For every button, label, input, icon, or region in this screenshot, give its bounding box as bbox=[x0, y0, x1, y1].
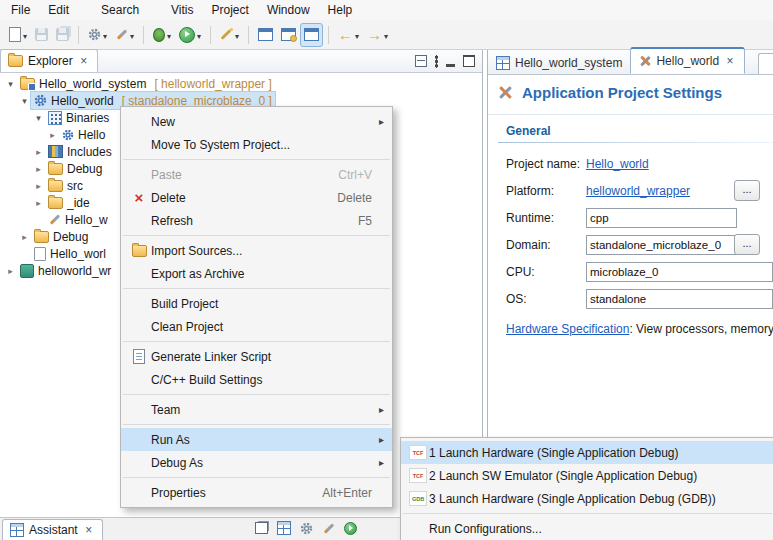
maximize-icon[interactable] bbox=[463, 55, 475, 67]
wrench-icon bbox=[48, 213, 61, 226]
platform-browse-button[interactable]: ... bbox=[734, 180, 760, 201]
tcf-icon bbox=[409, 445, 427, 460]
runtime-input[interactable] bbox=[586, 208, 737, 228]
tab-explorer[interactable]: Explorer bbox=[0, 49, 98, 72]
editor-tab-label: Hello_world_system bbox=[515, 56, 622, 70]
cpu-input[interactable] bbox=[586, 262, 773, 282]
close-icon[interactable] bbox=[83, 523, 95, 537]
menu-edit[interactable]: Edit bbox=[39, 1, 78, 19]
close-icon[interactable] bbox=[724, 54, 736, 68]
minimize-icon[interactable] bbox=[446, 64, 455, 67]
expander-open-icon[interactable] bbox=[18, 96, 31, 106]
menu-separator bbox=[123, 424, 390, 425]
chevron-down-icon bbox=[382, 28, 388, 42]
grid-view-icon[interactable] bbox=[277, 521, 291, 535]
menu-vitis[interactable]: Vitis bbox=[162, 1, 202, 19]
domain-input[interactable] bbox=[586, 235, 737, 255]
save-all-button[interactable] bbox=[52, 23, 73, 47]
menu-item-debug-as[interactable]: Debug As bbox=[121, 451, 392, 474]
folder-icon bbox=[48, 163, 63, 175]
menu-item-build-settings[interactable]: C/C++ Build Settings bbox=[121, 368, 392, 391]
menu-item-new[interactable]: New bbox=[121, 110, 392, 133]
tab-hello-world-system[interactable]: Hello_world_system bbox=[488, 52, 630, 74]
run-button[interactable] bbox=[175, 23, 205, 47]
expander-closed-icon[interactable] bbox=[32, 164, 45, 174]
expander-closed-icon[interactable] bbox=[46, 130, 59, 140]
forward-button[interactable] bbox=[363, 23, 392, 47]
field-label: Project name: bbox=[506, 157, 586, 171]
expander-closed-icon[interactable] bbox=[32, 198, 45, 208]
link-with-editor-toggle[interactable] bbox=[300, 23, 323, 47]
profile-button[interactable] bbox=[216, 23, 243, 47]
project-name-link[interactable]: Hello_world bbox=[586, 157, 649, 171]
expander-open-icon[interactable] bbox=[4, 79, 17, 89]
expander-closed-icon[interactable] bbox=[18, 232, 31, 242]
expander-closed-icon[interactable] bbox=[4, 266, 17, 276]
menu-item-export-as-archive[interactable]: Export as Archive bbox=[121, 262, 392, 285]
back-button[interactable] bbox=[334, 23, 363, 47]
menu-item-generate-linker-script[interactable]: Generate Linker Script bbox=[121, 345, 392, 368]
open-type-button[interactable] bbox=[254, 23, 277, 47]
restore-view-icon[interactable] bbox=[255, 522, 268, 534]
menu-separator bbox=[123, 341, 390, 342]
open-resource-button[interactable] bbox=[277, 23, 300, 47]
wrench-icon[interactable] bbox=[322, 522, 335, 535]
tree-item-label: Includes bbox=[67, 145, 112, 159]
menu-item-move-to-system-project[interactable]: Move To System Project... bbox=[121, 133, 392, 156]
tree-item-label: Hello_w bbox=[65, 213, 108, 227]
menu-item-team[interactable]: Team bbox=[121, 398, 392, 421]
field-runtime: Runtime: bbox=[506, 204, 773, 231]
tab-hello-world[interactable]: Hello_world bbox=[630, 47, 745, 74]
menu-item-paste[interactable]: PasteCtrl+V bbox=[121, 163, 392, 186]
assistant-icon bbox=[10, 523, 24, 537]
folder-icon bbox=[8, 55, 23, 67]
file-icon bbox=[34, 247, 46, 261]
new-wizard-button[interactable] bbox=[5, 23, 31, 47]
menu-item-import-sources[interactable]: Import Sources... bbox=[121, 239, 392, 262]
collapse-all-icon[interactable] bbox=[415, 55, 427, 67]
chevron-down-icon bbox=[165, 28, 171, 42]
menu-window[interactable]: Window bbox=[258, 1, 319, 19]
view-menu-icon[interactable] bbox=[435, 55, 438, 68]
hardware-spec-link[interactable]: Hardware Specification bbox=[506, 322, 629, 336]
menu-search[interactable]: Search bbox=[92, 1, 148, 19]
minimized-view-toolbar bbox=[255, 521, 357, 535]
menu-project[interactable]: Project bbox=[203, 1, 258, 19]
close-icon[interactable] bbox=[78, 54, 90, 68]
os-input[interactable] bbox=[586, 289, 773, 309]
explorer-header-icons bbox=[415, 50, 482, 72]
toolbar-separator bbox=[143, 26, 144, 44]
menu-item-run-as[interactable]: Run As bbox=[121, 428, 392, 451]
save-button[interactable] bbox=[31, 23, 52, 47]
submenu-item-run-configurations[interactable]: Run Configurations... bbox=[401, 517, 773, 540]
menu-item-refresh[interactable]: RefreshF5 bbox=[121, 209, 392, 232]
expander-closed-icon[interactable] bbox=[32, 181, 45, 191]
tree-item-label: Hello_world bbox=[51, 94, 114, 108]
chevron-down-icon bbox=[195, 28, 201, 42]
debug-button[interactable] bbox=[149, 23, 175, 47]
menu-file[interactable]: File bbox=[2, 1, 39, 19]
tree-item-system-project[interactable]: Hello_world_system[ helloworld_wrapper ] bbox=[0, 75, 482, 92]
save-all-icon bbox=[56, 28, 69, 41]
menu-item-build-project[interactable]: Build Project bbox=[121, 292, 392, 315]
submenu-item-launch-hardware[interactable]: 1 Launch Hardware (Single Application De… bbox=[401, 441, 773, 464]
submenu-item-launch-hardware-gdb[interactable]: 3 Launch Hardware (Single Application De… bbox=[401, 487, 773, 510]
settings-form: Project name: Hello_world Platform: hell… bbox=[506, 150, 773, 312]
menu-help[interactable]: Help bbox=[319, 1, 362, 19]
expander-closed-icon[interactable] bbox=[32, 147, 45, 157]
crossed-tools-icon bbox=[498, 85, 513, 100]
new-document-icon bbox=[9, 27, 21, 42]
run-icon[interactable] bbox=[344, 522, 357, 535]
menu-item-clean-project[interactable]: Clean Project bbox=[121, 315, 392, 338]
menu-item-properties[interactable]: PropertiesAlt+Enter bbox=[121, 481, 392, 504]
platform-link[interactable]: helloworld_wrapper bbox=[586, 184, 690, 198]
tools-button[interactable] bbox=[111, 23, 138, 47]
domain-browse-button[interactable]: ... bbox=[734, 234, 760, 255]
expander-open-icon[interactable] bbox=[32, 113, 45, 123]
submenu-item-launch-sw-emulator[interactable]: 2 Launch SW Emulator (Single Application… bbox=[401, 464, 773, 487]
menu-item-delete[interactable]: DeleteDelete bbox=[121, 186, 392, 209]
tab-assistant[interactable]: Assistant bbox=[2, 519, 103, 540]
gear-icon[interactable] bbox=[300, 522, 313, 535]
menu-separator bbox=[123, 235, 390, 236]
build-settings-button[interactable] bbox=[84, 23, 111, 47]
